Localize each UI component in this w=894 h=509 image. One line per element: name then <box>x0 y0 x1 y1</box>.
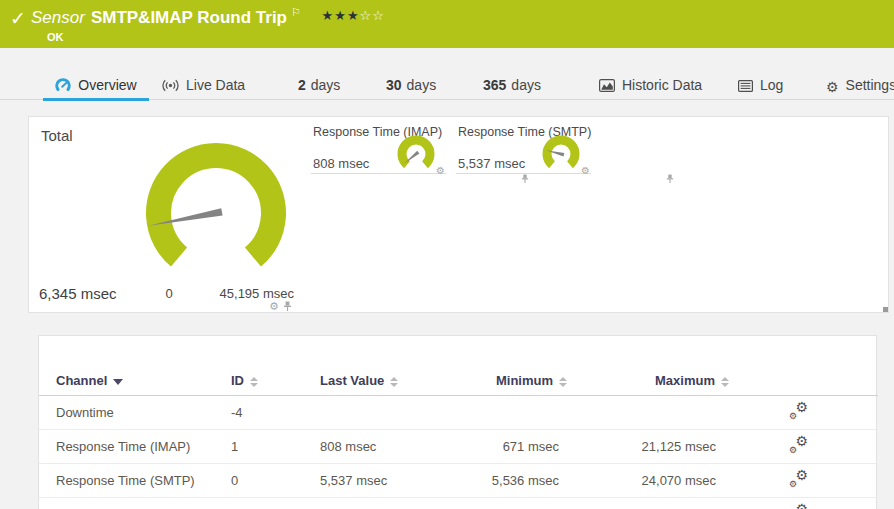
tab-label: Settings <box>846 77 894 93</box>
cell-channel: Downtime <box>39 396 214 430</box>
large-gear-icon: ⚙ <box>795 399 808 415</box>
gauge-settings-gear-icon[interactable]: ⚙ <box>269 300 279 313</box>
tab-label: Live Data <box>186 77 245 93</box>
column-header-label: Channel <box>56 373 107 388</box>
total-gauge-scale-min: 0 <box>154 286 184 301</box>
tab-label: Overview <box>78 77 136 93</box>
prtg-sensor-page: ✓ SensorSMTP&IMAP Round Trip⚐ ★★★☆☆ OK O… <box>0 0 894 509</box>
cell-channel: Response Time (SMTP) <box>39 464 214 498</box>
imap-gauge-block: Response Time (IMAP) 808 msec ⚙ <box>311 125 446 174</box>
tab-live-data[interactable]: Live Data <box>162 70 245 100</box>
tab-label: days <box>407 77 437 93</box>
tab-30-days[interactable]: 30days <box>386 70 436 100</box>
cell-id: 0 <box>214 464 303 498</box>
sensor-status-banner: ✓ SensorSMTP&IMAP Round Trip⚐ ★★★☆☆ OK <box>0 0 894 48</box>
smtp-gauge-value: 5,537 msec <box>458 156 525 171</box>
cell-minimum: 671 msec <box>377 430 567 464</box>
imap-gauge <box>396 134 436 174</box>
tab-label: days <box>311 77 341 93</box>
table-row-total: Total -1 6,345 msec 671 msec 45,195 msec… <box>39 498 878 509</box>
sort-both-icon <box>250 377 258 387</box>
cell-maximum: 24,070 msec <box>567 464 729 498</box>
tab-overview[interactable]: Overview <box>43 70 149 100</box>
star-filled-icons[interactable]: ★★★ <box>322 8 360 23</box>
channels-table-panel: Channel ID Last Value Minimum Maximum Do… <box>38 335 877 509</box>
tab-log[interactable]: Log <box>738 70 783 100</box>
log-list-icon <box>738 72 753 102</box>
page-title: SMTP&IMAP Round Trip <box>91 8 287 27</box>
tab-label: Log <box>760 77 783 93</box>
tab-365-days[interactable]: 365days <box>483 70 541 100</box>
cell-channel: Total <box>39 498 214 509</box>
pin-icon[interactable] <box>283 301 292 312</box>
column-header-label: Last Value <box>320 373 384 388</box>
broadcast-icon <box>162 72 179 102</box>
gauge-icon <box>55 72 71 102</box>
table-header-row: Channel ID Last Value Minimum Maximum <box>39 369 878 396</box>
panel-resize-grip[interactable] <box>883 307 888 312</box>
total-gauge-scale-max: 45,195 msec <box>194 286 294 301</box>
cell-maximum: 45,195 msec <box>567 498 729 509</box>
star-empty-icons[interactable]: ☆☆ <box>360 8 385 23</box>
tab-historic-data[interactable]: Historic Data <box>599 70 702 100</box>
cell-last-value: 5,537 msec <box>303 464 377 498</box>
column-header-id[interactable]: ID <box>214 369 303 396</box>
channel-settings-gears-icon[interactable]: ⚙⚙ <box>789 402 808 419</box>
column-header-label: Maximum <box>655 373 715 388</box>
sort-desc-icon <box>113 379 123 385</box>
large-gear-icon: ⚙ <box>795 433 808 449</box>
cell-last-value <box>303 396 377 430</box>
status-ok-check-icon: ✓ <box>10 7 26 30</box>
object-kind-label: Sensor <box>31 8 85 27</box>
cell-maximum <box>567 396 729 430</box>
column-header-channel[interactable]: Channel <box>39 369 214 396</box>
priority-stars[interactable]: ★★★☆☆ <box>322 8 385 23</box>
cell-channel: Response Time (IMAP) <box>39 430 214 464</box>
sort-both-icon <box>390 377 398 387</box>
channel-settings-gears-icon[interactable]: ⚙⚙ <box>789 504 808 509</box>
tab-label: days <box>511 77 541 93</box>
column-header-last-value[interactable]: Last Value <box>303 369 377 396</box>
cell-id: 1 <box>214 430 303 464</box>
sensor-title-line: SensorSMTP&IMAP Round Trip⚐ ★★★☆☆ <box>31 6 385 28</box>
tab-number: 30 <box>386 77 402 93</box>
column-header-label: ID <box>231 373 244 388</box>
total-gauge <box>136 133 296 293</box>
table-row-response-time-imap: Response Time (IMAP) 1 808 msec 671 msec… <box>39 430 878 464</box>
pin-icon[interactable] <box>666 174 674 184</box>
cell-minimum: 5,536 msec <box>377 464 567 498</box>
flag-icon[interactable]: ⚐ <box>291 6 301 18</box>
total-gauge-value: 6,345 msec <box>39 285 117 302</box>
large-gear-icon: ⚙ <box>795 501 808 509</box>
table-row-response-time-smtp: Response Time (SMTP) 0 5,537 msec 5,536 … <box>39 464 878 498</box>
cell-last-value: 6,345 msec <box>303 498 377 509</box>
cell-minimum <box>377 396 567 430</box>
table-row-downtime: Downtime -4 ⚙⚙ <box>39 396 878 430</box>
sort-both-icon <box>721 377 729 387</box>
tab-bar: Overview Live Data 2days 30days 365days … <box>0 70 894 100</box>
pin-icon[interactable] <box>521 174 529 184</box>
gauge-settings-gear-icon[interactable]: ⚙ <box>581 165 590 176</box>
tab-2-days[interactable]: 2days <box>298 70 340 100</box>
column-header-minimum[interactable]: Minimum <box>377 369 567 396</box>
tab-settings[interactable]: ⚙Settings <box>826 70 894 100</box>
cell-maximum: 21,125 msec <box>567 430 729 464</box>
tab-number: 2 <box>298 77 306 93</box>
channel-settings-gears-icon[interactable]: ⚙⚙ <box>789 436 808 453</box>
smtp-gauge-block: Response Time (SMTP) 5,537 msec ⚙ <box>456 125 591 174</box>
gear-icon: ⚙ <box>826 72 839 102</box>
channel-settings-gears-icon[interactable]: ⚙⚙ <box>789 470 808 487</box>
smtp-gauge <box>541 134 581 174</box>
sort-both-icon <box>559 377 567 387</box>
smtp-gauge-actions: ⚙ <box>581 165 590 176</box>
cell-minimum: 671 msec <box>377 498 567 509</box>
column-header-actions <box>729 369 878 396</box>
column-header-label: Minimum <box>496 373 553 388</box>
tab-number: 365 <box>483 77 506 93</box>
large-gear-icon: ⚙ <box>795 467 808 483</box>
column-header-maximum[interactable]: Maximum <box>567 369 729 396</box>
cell-id: -1 <box>214 498 303 509</box>
channels-table: Channel ID Last Value Minimum Maximum Do… <box>39 369 878 509</box>
total-gauge-actions: ⚙ <box>269 300 292 313</box>
gauge-settings-gear-icon[interactable]: ⚙ <box>436 165 445 176</box>
